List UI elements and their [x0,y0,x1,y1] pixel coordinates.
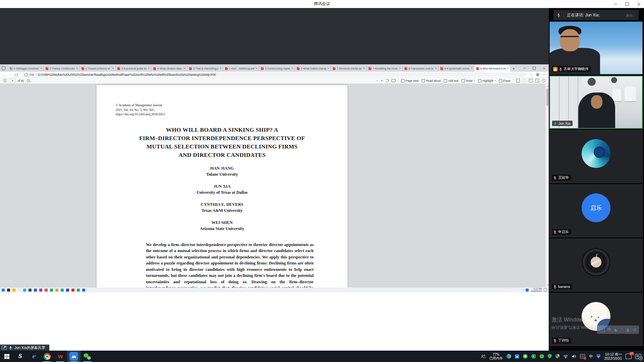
antivirus-tray-icon[interactable] [523,354,528,359]
people-icon[interactable] [481,354,486,359]
shared-taskbar-app-icon[interactable] [29,289,32,292]
ime-language-icon[interactable]: 中 [607,327,611,333]
shared-taskbar-app-icon[interactable] [23,289,26,292]
action-center-icon[interactable]: 3 [635,354,641,359]
fit-page-icon[interactable] [391,79,395,82]
close-icon[interactable] [637,2,641,6]
pdf-tool-button[interactable]: Add text [444,79,459,82]
shared-taskbar-app-icon[interactable] [2,289,5,292]
shared-taskbar-app-icon[interactable] [18,289,21,292]
tab-close-icon[interactable]: × [399,67,401,70]
pdf-viewport[interactable]: © Academy of Management Journal2021, Vol… [0,84,549,288]
tab-close-icon[interactable]: × [40,67,42,70]
browser-tab[interactable]: 2 Theory Construction as Disc × [44,65,79,72]
moon-icon[interactable] [614,328,618,332]
taskbar-ie-button[interactable]: e [27,351,40,362]
volume-icon[interactable] [572,354,576,358]
browser-tab[interactable]: 7 Resetting the clock The dyn × [367,65,402,72]
shared-taskbar-app-icon[interactable] [34,289,37,292]
tab-close-icon[interactable]: × [112,67,114,70]
rotate-icon[interactable] [385,79,389,82]
tab-strip-icon[interactable] [2,66,5,70]
tray-expand-icon[interactable]: ^ [523,289,524,291]
pdf-tool-button[interactable]: Draw [462,79,475,82]
wifi-icon[interactable] [563,355,568,358]
taskbar-wps-button[interactable]: W [54,351,67,362]
pdf-tool-button[interactable]: Page view [401,79,419,82]
minimize-icon[interactable] [614,4,617,4]
page-info-icon[interactable]: i [24,73,28,76]
taskbar-meeting-button[interactable] [67,351,80,362]
pdf-tool-button[interactable]: Erase [499,79,511,82]
favorites-star-icon[interactable]: ☆ [530,73,533,76]
browser-tab[interactable]: 2 When Brakes May Not Wo × [151,65,187,72]
shared-taskbar-app-icon[interactable] [45,289,48,292]
shared-taskbar-app-icon[interactable] [71,289,74,292]
network-globe-icon[interactable] [506,354,511,359]
shared-taskbar-app-icon[interactable] [7,289,10,292]
browser-tab[interactable]: 8 Transaction cost economic × [402,65,438,72]
shared-taskbar-app-icon[interactable] [77,289,80,292]
pdf-tool-button[interactable]: Highlight [478,79,496,82]
pdf-scrollbar[interactable] [545,84,549,288]
shared-ime-icon[interactable] [526,289,529,292]
browser-menu-icon[interactable] [543,74,543,75]
browser-tab[interactable]: 7 Structure inertia and organ × [331,65,367,72]
taskbar-wechat-button[interactable] [80,351,94,362]
tab-close-icon[interactable]: × [148,67,150,70]
participant-tile[interactable]: 启乐 申启乐 [549,184,643,237]
shared-taskbar-app-icon[interactable] [61,289,64,292]
gear-icon[interactable] [633,328,637,332]
notification-icon[interactable]: 17 [626,354,632,359]
participant-tile[interactable]: 吉林大学鞠晓伟 [549,21,643,74]
address-bar[interactable]: i File G:/AOM%20Wuhan%20U/2022%20seminar… [21,72,527,77]
browser-tab[interactable]: 1 Constructing mystery.pdf × [259,65,295,72]
fullscreen-icon[interactable] [535,79,539,82]
tab-close-icon[interactable]: × [220,67,221,70]
meeting-tray-icon[interactable] [515,354,519,359]
browser-close-icon[interactable] [543,67,545,69]
tab-close-icon[interactable]: × [507,67,509,70]
accelerator-tray-icon[interactable] [531,354,536,359]
pdf-search-icon[interactable] [27,79,30,82]
shared-taskbar-app-icon[interactable] [66,289,69,292]
tab-close-icon[interactable]: × [363,67,365,70]
shared-taskbar-app-icon[interactable] [39,289,42,292]
browser-tab[interactable]: 8 A systematic assessment of × [438,65,474,72]
pdf-settings-icon[interactable] [542,79,545,82]
participant-tile[interactable]: 王冠华 [549,130,643,183]
participant-tile[interactable]: 丁诗怡 [549,293,643,346]
browser-tab[interactable]: 1 DiMaggio Comments on 'Wh × [8,65,44,72]
tab-close-icon[interactable]: × [256,67,257,70]
pdf-tool-button[interactable]: Read aloud [422,79,440,82]
taskbar-chrome-button[interactable] [40,351,54,362]
shared-taskbar-app-icon[interactable] [50,289,53,292]
zoom-in-icon[interactable]: + [381,79,383,82]
participant-tile[interactable]: Jun Xia [549,76,643,129]
shared-taskbar-app-icon[interactable] [55,289,58,292]
browser-tab[interactable]: 2 Toward a theory of paradox × [79,65,115,72]
scrollbar-thumb[interactable] [546,88,548,106]
save-as-icon[interactable] [529,79,533,82]
shared-notification-icon[interactable] [544,288,547,292]
taskbar-clock[interactable]: 10:12 周一 2022/10/31 [604,352,622,361]
browser-tab[interactable]: 2 What makes management × [295,65,331,72]
pdf-menu-icon[interactable] [3,79,7,82]
memory-usage[interactable]: 77% 已用内存 [489,353,503,360]
reload-icon[interactable] [15,73,18,76]
tab-close-icon[interactable]: × [471,67,473,70]
participant-tile[interactable]: MAPS banana [549,239,643,292]
trusted-shield-icon[interactable] [596,354,600,359]
wechat-tray-icon[interactable] [540,354,544,358]
zoom-out-icon[interactable]: − [376,79,378,82]
security-shield-icon[interactable] [548,354,552,359]
ime-indicator[interactable]: 中 [589,354,593,359]
person-icon[interactable] [626,328,630,332]
taskbar-search-button[interactable]: S [13,351,27,362]
ime-speaker-icon[interactable] [599,327,605,332]
tab-close-icon[interactable]: × [76,67,78,70]
new-tab-button[interactable]: + [513,67,515,71]
pdf-page-input[interactable] [10,78,16,83]
ime-punctuation-icon[interactable]: °, [621,328,623,331]
defender-shield-icon[interactable]: × [555,354,559,359]
